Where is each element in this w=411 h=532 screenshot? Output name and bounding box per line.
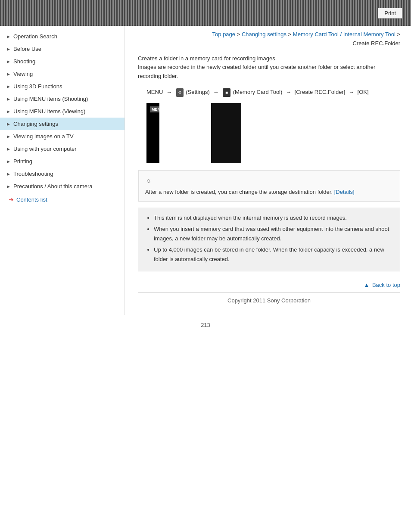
notes-box: This item is not displayed when the inte… [138,208,400,271]
arrow-icon: ▶ [7,134,10,139]
page-number: 213 [0,315,411,337]
sidebar-item-3d-functions[interactable]: ▶ Using 3D Functions [0,80,125,93]
sidebar-item-operation-search[interactable]: ▶ Operation Search [0,30,125,43]
menu-path: MENU → ⚙ (Settings) → ■ (Memory Card Too… [146,87,400,97]
menu-text: MENU [146,89,163,95]
breadcrumb-current: Create REC.Folder [352,40,400,47]
description-line1: Creates a folder in a memory card for re… [138,54,400,63]
description-line2: Images are recorded in the newly created… [138,63,400,81]
note-item-2: When you insert a memory card that was u… [154,224,393,243]
arrow-icon: ▶ [7,47,10,51]
arrow-icon: ▶ [7,122,10,126]
sidebar-item-viewing-images-tv[interactable]: ▶ Viewing images on a TV [0,130,125,143]
description: Creates a folder in a memory card for re… [138,54,400,81]
print-button[interactable]: Print [378,8,402,19]
breadcrumb: Top page > Changing settings > Memory Ca… [138,30,400,48]
sidebar-item-printing[interactable]: ▶ Printing [0,155,125,168]
back-to-top-label: Back to top [372,282,400,288]
footer: Copyright 2011 Sony Corporation [138,292,400,306]
settings-text: (Settings) [186,89,210,95]
menu-screenshot: MENU [146,103,241,163]
arrow-icon: ▶ [7,97,10,101]
breadcrumb-memory-card-tool[interactable]: Memory Card Tool / Internal Memory Tool [293,31,395,37]
note-item-1: This item is not displayed when the inte… [154,213,393,223]
sidebar-item-viewing[interactable]: ▶ Viewing [0,68,125,80]
page-layout: ▶ Operation Search ▶ Before Use ▶ Shooti… [0,26,411,315]
arrow-icon: ▶ [7,59,10,64]
sidebar-item-troubleshooting[interactable]: ▶ Troubleshooting [0,168,125,180]
sidebar-item-shooting[interactable]: ▶ Shooting [0,55,125,68]
sidebar: ▶ Operation Search ▶ Before Use ▶ Shooti… [0,26,125,315]
note-item-3: Up to 4,000 images can be stored in one … [154,245,393,264]
arrow-right-icon: ➜ [9,196,14,203]
arrow-icon: ▶ [7,172,10,176]
sidebar-item-changing-settings[interactable]: ▶ Changing settings [0,118,125,130]
breadcrumb-top-page[interactable]: Top page [212,31,236,37]
menu-panel-dark [211,103,241,163]
breadcrumb-changing-settings[interactable]: Changing settings [242,31,286,37]
arrow-icon: ▶ [7,109,10,114]
notes-list: This item is not displayed when the inte… [145,213,393,264]
arrow-icon: ▶ [7,184,10,189]
arrow-icon: ▶ [7,84,10,89]
sidebar-item-before-use[interactable]: ▶ Before Use [0,43,125,55]
back-to-top-link[interactable]: ▲ Back to top [364,282,400,288]
back-to-top-row: ▲ Back to top [138,279,400,292]
header-bar: Print [0,0,411,26]
sidebar-item-menu-shooting[interactable]: ▶ Using MENU items (Shooting) [0,93,125,105]
main-content: Top page > Changing settings > Memory Ca… [125,26,411,315]
arrow-icon: ▶ [7,72,10,76]
arrow-icon: ▶ [7,147,10,151]
memcard-text: (Memory Card Tool) [233,89,283,95]
copyright-text: Copyright 2011 Sony Corporation [227,297,311,304]
tip-text: After a new folder is created, you can c… [145,189,333,195]
contents-list-link[interactable]: ➜ Contents list [0,193,125,206]
create-rec-text: [Create REC.Folder] [295,89,346,95]
back-to-top-icon: ▲ [364,282,369,288]
tip-details-link[interactable]: [Details] [334,189,355,195]
arrow-icon: ▶ [7,34,10,39]
settings-icon: ⚙ [176,88,184,97]
memcard-icon: ■ [223,88,230,97]
arrow-icon: ▶ [7,159,10,164]
menu-panel-white [159,103,211,163]
sidebar-item-menu-viewing[interactable]: ▶ Using MENU items (Viewing) [0,105,125,118]
tip-icon: ☼ [145,175,394,186]
sidebar-item-precautions[interactable]: ▶ Precautions / About this camera [0,180,125,193]
sidebar-item-using-computer[interactable]: ▶ Using with your computer [0,143,125,155]
tip-box: ☼ After a new folder is created, you can… [138,170,400,201]
ok-text: [OK] [358,89,369,95]
